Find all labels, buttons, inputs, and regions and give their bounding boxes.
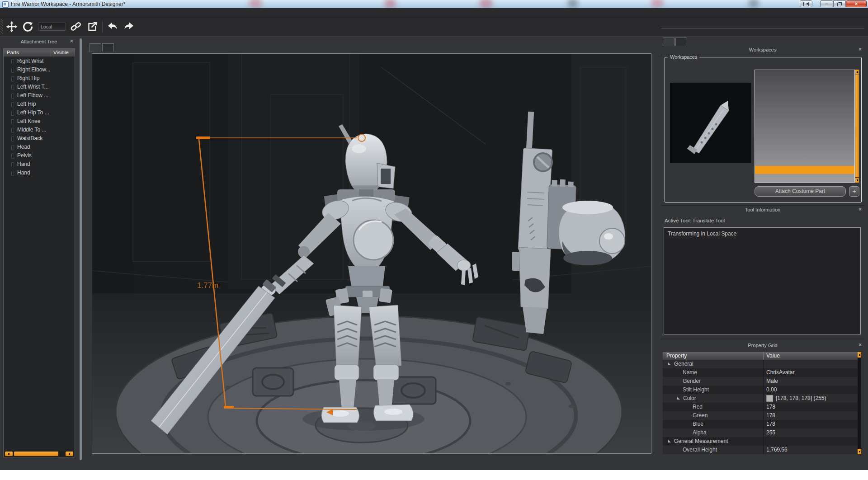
workspace-list-item[interactable] (755, 78, 854, 86)
link-parts-button[interactable] (70, 20, 82, 33)
property-column-header[interactable]: Property (663, 352, 763, 360)
property-grid-scrollbar[interactable] (858, 352, 861, 454)
workspace-list-item[interactable] (755, 86, 854, 94)
property-row[interactable]: Overall Height 1,769.56 (663, 446, 858, 454)
dock-tab[interactable] (663, 38, 675, 46)
add-workspace-button[interactable]: + (849, 186, 859, 197)
translate-tool-button[interactable] (5, 20, 18, 33)
scroll-down-button[interactable] (858, 449, 861, 454)
value-cell[interactable] (763, 360, 858, 368)
tree-row[interactable]: Hand (4, 160, 75, 169)
value-cell[interactable]: [178, 178, 178] (255) (763, 394, 858, 403)
dock-tab[interactable] (675, 38, 687, 46)
color-swatch[interactable] (766, 395, 773, 402)
tree-node-glyph[interactable] (11, 102, 14, 107)
tree-node-glyph[interactable] (11, 68, 14, 73)
collapse-triangle-icon[interactable] (668, 362, 671, 365)
tree-horizontal-scrollbar[interactable] (4, 451, 74, 456)
value-cell[interactable]: Male (763, 377, 858, 386)
collapse-triangle-icon[interactable] (677, 397, 680, 400)
property-row[interactable]: Alpha 255 (663, 428, 858, 437)
attach-costume-part-button[interactable]: Attach Costume Part (755, 186, 846, 197)
visible-column-header[interactable]: Visible (51, 49, 75, 56)
scroll-thumb[interactable] (14, 452, 58, 456)
redo-button[interactable] (123, 20, 135, 33)
workspace-list-item[interactable] (755, 174, 854, 182)
value-cell[interactable]: 255 (763, 428, 858, 437)
tree-row[interactable]: Left Knee (4, 117, 75, 126)
property-row[interactable]: Red 178 (663, 403, 858, 411)
scene-canvas[interactable]: 1.77m (92, 54, 651, 453)
tree-node-glyph[interactable] (11, 145, 14, 150)
tree-node-glyph[interactable] (11, 162, 14, 167)
workspace-list-item[interactable] (755, 166, 854, 174)
workspace-list-item[interactable] (755, 70, 854, 78)
tree-row[interactable]: Head (4, 143, 75, 151)
workspaces-scrollbar[interactable] (855, 70, 859, 183)
tree-row[interactable]: Middle To ... (4, 126, 75, 134)
parts-column-header[interactable]: Parts (4, 49, 51, 56)
tree-row[interactable]: WaistBack (4, 134, 75, 143)
property-row[interactable]: General (663, 360, 858, 368)
shoulder-pad-model[interactable] (559, 201, 625, 265)
property-row[interactable]: Gender Male (663, 377, 858, 386)
viewport-tab[interactable] (90, 43, 101, 52)
property-row[interactable]: Blue 178 (663, 420, 858, 428)
tree-row[interactable]: Left Wrist T... (4, 83, 75, 91)
tree-node-glyph[interactable] (11, 171, 14, 176)
property-row[interactable]: Green 178 (663, 411, 858, 420)
workspace-list-item[interactable] (755, 118, 854, 126)
tree-row[interactable]: Left Elbow ... (4, 91, 75, 100)
property-row[interactable]: Color [178, 178, 178] (255) (663, 394, 858, 403)
property-row[interactable]: General Measurement (663, 437, 858, 446)
close-tool-information-icon[interactable]: × (859, 206, 862, 212)
scroll-down-button[interactable] (855, 178, 859, 183)
value-cell[interactable]: 0.00 (763, 386, 858, 394)
close-button[interactable]: × (846, 0, 867, 7)
value-cell[interactable]: 1,769.56 (763, 446, 858, 454)
close-property-grid-icon[interactable]: × (859, 342, 862, 348)
close-attachment-tree-icon[interactable]: × (70, 38, 73, 44)
tree-row[interactable]: Left Hip (4, 100, 75, 108)
maximize-button[interactable] (833, 0, 846, 7)
open-external-button[interactable] (86, 20, 99, 33)
property-row[interactable]: Name ChrisAvatar (663, 368, 858, 377)
toolbar-grip[interactable] (0, 19, 3, 34)
close-workspaces-icon[interactable]: × (859, 46, 862, 52)
value-cell[interactable] (763, 437, 858, 446)
rotate-tool-button[interactable] (22, 20, 34, 33)
value-cell[interactable]: ChrisAvatar (763, 368, 858, 377)
undo-button[interactable] (106, 20, 119, 33)
tree-node-glyph[interactable] (11, 128, 14, 133)
value-cell[interactable]: 178 (763, 411, 858, 420)
tree-row[interactable]: Pelvis (4, 151, 75, 160)
value-column-header[interactable]: Value (763, 352, 858, 360)
scroll-up-button[interactable] (858, 352, 861, 358)
tree-row[interactable]: Left Hip To ... (4, 108, 75, 117)
display-toggle-button[interactable] (800, 0, 812, 7)
tree-row[interactable]: Hand (4, 169, 75, 177)
workspace-list-item[interactable] (755, 110, 854, 118)
scroll-up-button[interactable] (855, 70, 859, 75)
tree-node-glyph[interactable] (11, 111, 14, 116)
tree-node-glyph[interactable] (11, 119, 14, 124)
scroll-thumb[interactable] (855, 75, 859, 177)
tree-node-glyph[interactable] (11, 136, 14, 141)
workspace-list-item[interactable] (755, 102, 854, 110)
tree-node-glyph[interactable] (11, 85, 14, 90)
collapse-triangle-icon[interactable] (668, 440, 671, 442)
transform-space-select[interactable]: Local (38, 23, 66, 31)
workspace-list-item[interactable] (755, 94, 854, 102)
tree-node-glyph[interactable] (11, 76, 14, 81)
value-cell[interactable]: 178 (763, 403, 858, 411)
workspace-list-item[interactable] (755, 150, 854, 158)
panel-splitter[interactable] (80, 38, 82, 460)
tree-row[interactable]: Right Elbow... (4, 66, 75, 74)
title-bar[interactable]: Fire Warrior Workspace - Armorsmith Desi… (0, 0, 868, 8)
viewport-3d[interactable]: 1.77m (92, 53, 651, 454)
scroll-left-button[interactable] (5, 452, 13, 456)
workspace-list-item[interactable] (755, 158, 854, 166)
workspace-list-item[interactable] (755, 142, 854, 150)
tree-node-glyph[interactable] (11, 154, 14, 159)
viewport-tab[interactable] (102, 43, 114, 52)
